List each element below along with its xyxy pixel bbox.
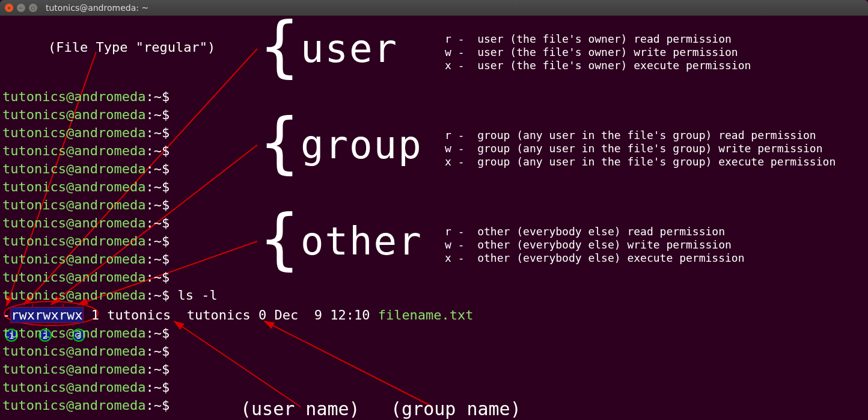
- prompt-line: tutonics@andromeda:~$: [2, 106, 170, 124]
- mode-dash: -: [2, 307, 10, 323]
- prompt-line: tutonics@andromeda:~$: [2, 268, 170, 286]
- window-title: tutonics@andromeda: ~: [46, 3, 148, 13]
- prompt-line: tutonics@andromeda:~$: [2, 124, 170, 142]
- brace-group-icon: {: [258, 110, 301, 176]
- prompt-line: tutonics@andromeda:~$: [2, 232, 170, 250]
- prompt-line: tutonics@andromeda:~$: [2, 342, 170, 360]
- legend-group-r: r - group (any user in the file's group)…: [445, 129, 816, 141]
- prompt-line: tutonics@andromeda:~$: [2, 178, 170, 196]
- prompt-line: tutonics@andromeda:~$: [2, 196, 170, 214]
- legend-user-w: w - user (the file's owner) write permis…: [445, 46, 738, 58]
- legend-other-w: w - other (everybody else) write permiss…: [445, 238, 732, 251]
- minimize-icon[interactable]: –: [17, 4, 25, 12]
- maximize-icon[interactable]: ▢: [29, 4, 37, 12]
- ls-group: tutonics: [187, 307, 251, 323]
- legend-group-x: x - group (any user in the file's group)…: [445, 155, 836, 168]
- prompt-line: tutonics@andromeda:~$: [2, 378, 170, 397]
- prompt-line: tutonics@andromeda:~$: [2, 397, 170, 415]
- big-label-group: group: [301, 123, 423, 167]
- perm-user: rwx: [10, 307, 35, 323]
- label-group-name: (group name): [391, 398, 521, 419]
- legend-user-x: x - user (the file's owner) execute perm…: [445, 59, 751, 72]
- prompt-line: tutonics@andromeda:~$: [2, 250, 170, 268]
- prompt-line: tutonics@andromeda:~$: [2, 142, 170, 160]
- prompt-line: tutonics@andromeda:~$: [2, 160, 170, 178]
- command-text: ls -l: [177, 288, 217, 303]
- label-user-name: (user name): [240, 398, 360, 419]
- big-label-other: other: [301, 219, 423, 264]
- command-line: tutonics@andromeda:~$ ls -l: [2, 286, 218, 304]
- ls-links: 1: [91, 307, 99, 323]
- ls-size: 0: [258, 307, 266, 323]
- close-icon[interactable]: ✕: [5, 4, 13, 12]
- perm-other: rwx: [59, 307, 84, 323]
- legend-user-r: r - user (the file's owner) read permiss…: [445, 32, 732, 45]
- brace-other-icon: {: [258, 206, 301, 272]
- legend-other-x: x - other (everybody else) execute permi…: [445, 252, 745, 264]
- prompt-line: tutonics@andromeda:~$: [2, 214, 170, 232]
- legend-group-w: w - group (any user in the file's group)…: [445, 142, 823, 155]
- ls-output-line: -rwxrwxrwx 1 tutonics tutonics 0 Dec 9 1…: [2, 306, 474, 324]
- prompt-line: tutonics@andromeda:~$: [2, 324, 170, 342]
- prompt-line: tutonics@andromeda:~$: [2, 88, 170, 106]
- svg-line-7: [174, 321, 301, 407]
- prompt-line: tutonics@andromeda:~$: [2, 360, 170, 378]
- perm-group: rwx: [35, 307, 59, 323]
- terminal-area[interactable]: (File Type "regular") { user r - user (t…: [0, 16, 868, 420]
- legend-other-r: r - other (everybody else) read permissi…: [445, 225, 725, 238]
- file-type-note: (File Type "regular"): [48, 40, 215, 55]
- ls-user: tutonics: [107, 307, 171, 323]
- ls-filename: filename.txt: [378, 307, 474, 323]
- window-titlebar: ✕ – ▢ tutonics@andromeda: ~: [0, 0, 868, 16]
- brace-user-icon: {: [258, 13, 301, 79]
- big-label-user: user: [301, 26, 398, 71]
- ls-date: Dec 9 12:10: [274, 307, 370, 323]
- svg-line-8: [264, 321, 433, 407]
